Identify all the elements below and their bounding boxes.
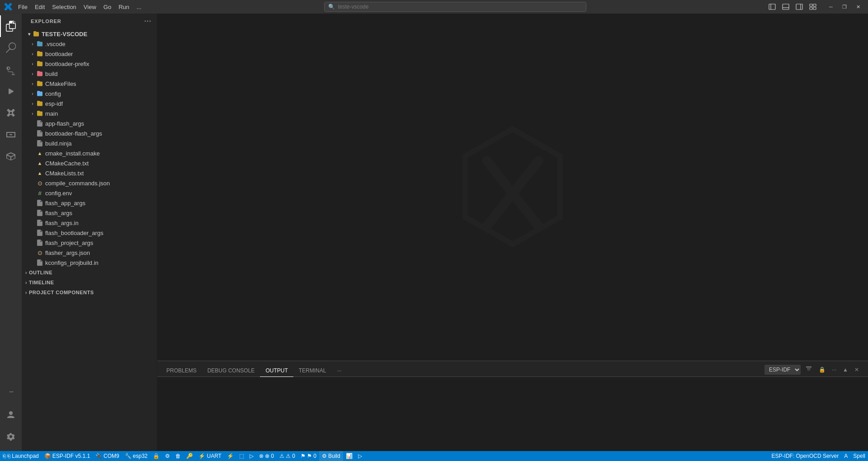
tree-item-config[interactable]: › config — [22, 89, 157, 99]
status-infos[interactable]: ⚑ ⚑ 0 — [298, 451, 319, 461]
panel-clear-button[interactable] — [803, 364, 814, 375]
status-monitor[interactable]: ⚡ — [224, 451, 236, 461]
activity-source-control[interactable] — [0, 59, 22, 80]
tree-item-bootloader-prefix[interactable]: › bootloader-prefix — [22, 59, 157, 69]
status-chip[interactable]: 🔧 esp32 — [122, 451, 151, 461]
search-input[interactable] — [338, 4, 582, 10]
status-uart[interactable]: ⚡ UART — [196, 451, 224, 461]
explorer-header-actions[interactable]: ··· — [144, 17, 151, 25]
status-esp-idf-version[interactable]: 📦 ESP-IDF v5.1.1 — [42, 451, 93, 461]
tree-item-cmake-install[interactable]: › ▲ cmake_install.cmake — [22, 148, 157, 158]
layout-icon-3[interactable] — [793, 2, 806, 11]
svg-rect-4 — [796, 4, 802, 9]
search-bar[interactable]: 🔍 — [324, 2, 586, 12]
panel-maximize-button[interactable]: ▲ — [841, 366, 850, 374]
activity-extensions[interactable] — [0, 102, 22, 124]
layout-icon-4[interactable] — [807, 2, 819, 11]
tree-item-cmakefiles[interactable]: › CMakeFiles — [22, 79, 157, 89]
tree-item-bootloader-flash-args[interactable]: › bootloader-flash_args — [22, 128, 157, 138]
output-channel-select[interactable]: ESP-IDF — [764, 365, 801, 375]
activity-remote-explorer[interactable] — [0, 124, 22, 146]
tree-item-bootloader[interactable]: › bootloader — [22, 49, 157, 59]
tree-item-cmakelists[interactable]: › ▲ CMakeLists.txt — [22, 168, 157, 178]
status-launchpad[interactable]: ⎗ ⎗ Launchpad — [0, 451, 42, 461]
status-erase-flash[interactable]: 🗑 — [173, 451, 184, 461]
launchpad-icon: ⎗ — [3, 453, 6, 459]
activity-more-tools[interactable]: ··· — [0, 381, 22, 402]
tab-debug-console[interactable]: DEBUG CONSOLE — [202, 365, 260, 377]
status-openocd[interactable]: 🔒 — [150, 451, 162, 461]
panel-more-button[interactable]: ··· — [830, 366, 838, 374]
menu-run[interactable]: Run — [115, 2, 133, 12]
activity-accounts[interactable] — [0, 404, 22, 426]
tab-more[interactable]: ··· — [331, 365, 347, 377]
menu-view[interactable]: View — [80, 2, 100, 12]
menu-edit[interactable]: Edit — [31, 2, 48, 12]
status-warnings[interactable]: ⚠ ⚠ 0 — [277, 451, 298, 461]
status-language-icon[interactable]: A — [841, 453, 850, 459]
flash-project-args-label: flash_project_args — [45, 240, 93, 246]
status-run-button[interactable]: ▷ — [355, 451, 365, 461]
menu-selection[interactable]: Selection — [48, 2, 80, 12]
error-icon: ⊗ — [259, 453, 264, 459]
tree-item-build-ninja[interactable]: › build.ninja — [22, 138, 157, 148]
tree-item-flash-project-args[interactable]: › flash_project_args — [22, 238, 157, 248]
tab-terminal[interactable]: TERMINAL — [293, 365, 332, 377]
status-build-flash[interactable]: ⬚ — [236, 451, 247, 461]
activity-manage[interactable] — [0, 426, 22, 447]
minimize-button[interactable]: ─ — [825, 2, 837, 11]
status-com-port[interactable]: 🔌 COM9 — [93, 451, 122, 461]
outline-section[interactable]: › OUTLINE — [22, 268, 157, 278]
status-errors[interactable]: ⊗ ⊗ 0 — [256, 451, 277, 461]
tree-item-flash-args-in[interactable]: › flash_args.in — [22, 218, 157, 228]
layout-icon-2[interactable] — [779, 2, 792, 11]
tree-item-build[interactable]: › build — [22, 69, 157, 79]
panel-actions: ESP-IDF 🔒 ··· ▲ ✕ — [764, 364, 864, 376]
tree-item-vscode[interactable]: › .vscode — [22, 39, 157, 49]
activity-run-debug[interactable] — [0, 80, 22, 102]
activity-search[interactable] — [0, 37, 22, 59]
status-openocd-server[interactable]: ESP-IDF: OpenOCD Server — [769, 453, 842, 459]
tree-item-main[interactable]: › main — [22, 108, 157, 118]
flash-device-icon: ▷ — [250, 453, 254, 459]
config-chevron-icon: › — [29, 90, 36, 97]
menu-file[interactable]: File — [14, 2, 31, 12]
panel-lock-button[interactable]: 🔒 — [817, 366, 827, 374]
tab-problems[interactable]: PROBLEMS — [161, 365, 202, 377]
activity-explorer[interactable] — [0, 15, 22, 37]
status-flash-device[interactable]: ▷ — [247, 451, 256, 461]
tree-item-cmakecache[interactable]: › ▲ CMakeCache.txt — [22, 158, 157, 168]
tree-item-flash-bootloader-args[interactable]: › flash_bootloader_args — [22, 228, 157, 238]
menu-more[interactable]: ... — [133, 2, 145, 12]
tree-item-compile-commands[interactable]: › ⊙ compile_commands.json — [22, 178, 157, 188]
menu-go[interactable]: Go — [100, 2, 115, 12]
layout-icon-1[interactable] — [766, 2, 778, 11]
project-components-section[interactable]: › PROJECT COMPONENTS — [22, 287, 157, 297]
timeline-chevron-icon: › — [25, 280, 27, 285]
tree-item-flasher-args-json[interactable]: › ⊙ flasher_args.json — [22, 248, 157, 258]
flasher-args-json-label: flasher_args.json — [45, 249, 90, 256]
tree-root[interactable]: ▾ TESTE-VSCODE — [22, 29, 157, 39]
monitor-icon: ⚡ — [227, 453, 234, 459]
tab-output[interactable]: OUTPUT — [260, 365, 293, 377]
status-spell[interactable]: Spell — [850, 453, 868, 459]
activity-esp-idf[interactable] — [0, 146, 22, 167]
restore-button[interactable]: ❐ — [838, 2, 851, 11]
bootloader-prefix-chevron-icon: › — [29, 60, 36, 67]
status-idf-size[interactable]: 📊 — [343, 451, 355, 461]
tree-item-config-env[interactable]: › # config.env — [22, 188, 157, 198]
timeline-section[interactable]: › TIMELINE — [22, 278, 157, 287]
tree-item-kconfigs[interactable]: › kconfigs_projbuild.in — [22, 258, 157, 268]
status-build-button[interactable]: ⚙ Build — [319, 451, 343, 461]
tree-item-app-flash-args[interactable]: › app-flash_args — [22, 118, 157, 128]
explorer-title: EXPLORER — [31, 19, 61, 24]
tree-item-esp-idf[interactable]: › esp-idf — [22, 99, 157, 108]
tree-item-flash-args[interactable]: › flash_args — [22, 208, 157, 218]
panel-close-button[interactable]: ✕ — [853, 366, 861, 374]
tree-item-flash-app-args[interactable]: › flash_app_args — [22, 198, 157, 208]
close-button[interactable]: ✕ — [852, 2, 864, 11]
status-sdkconfig[interactable]: ⚙ — [162, 451, 173, 461]
config-folder-icon — [36, 90, 43, 97]
status-efuse[interactable]: 🔑 — [184, 451, 196, 461]
vscode-logo-icon — [4, 2, 13, 11]
